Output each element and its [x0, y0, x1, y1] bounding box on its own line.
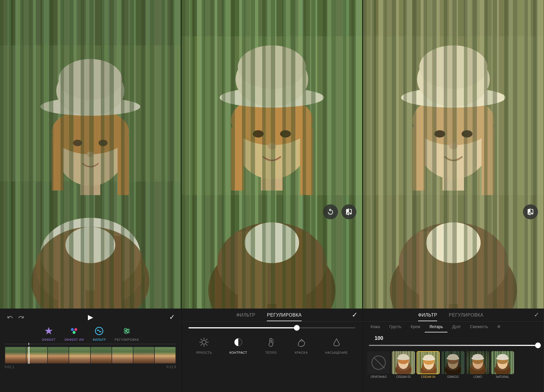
svg-rect-18 — [58, 236, 86, 309]
svg-rect-105 — [363, 0, 544, 309]
tool-effect[interactable]: ЭФФЕКТ — [42, 326, 56, 341]
svg-rect-0 — [0, 0, 181, 309]
confirm-button-1[interactable]: ✓ — [169, 313, 175, 321]
compare-button[interactable] — [341, 204, 356, 219]
svg-point-22 — [54, 104, 126, 186]
svg-point-73 — [253, 130, 264, 137]
undo-button[interactable] — [6, 313, 14, 321]
svg-rect-191 — [493, 351, 495, 374]
svg-point-72 — [238, 45, 306, 89]
svg-rect-96 — [426, 0, 432, 309]
filter-ginkgo[interactable]: GINKGO — [441, 351, 464, 378]
svg-rect-198 — [512, 351, 513, 374]
svg-point-61 — [217, 222, 326, 304]
color-label: КРАСКА — [295, 351, 308, 354]
svg-rect-1 — [0, 0, 8, 309]
tab-filter-3[interactable]: ФИЛЬТР — [418, 313, 437, 321]
adjust-contrast[interactable]: КОНТРАСТ — [229, 336, 247, 354]
filter-thumbnails: ОРИГИНАЛ — [363, 349, 544, 381]
svg-rect-92 — [374, 0, 379, 309]
lomo-label: LOMO — [473, 375, 482, 378]
svg-point-110 — [426, 222, 481, 263]
svg-point-16 — [40, 218, 140, 290]
category-freshness[interactable]: Свежесть — [465, 321, 493, 332]
tool-effect-ai[interactable]: ЭФФЕКТ ИИ — [64, 326, 84, 341]
svg-rect-2 — [11, 0, 16, 309]
category-amber[interactable]: Янтарь — [425, 321, 447, 332]
svg-rect-3 — [22, 0, 32, 309]
slider-thumb[interactable] — [294, 325, 300, 331]
timeline-times: 0:01.1 0:12.9 — [5, 364, 176, 370]
filter-cream04[interactable]: CREAM 04 — [417, 351, 440, 378]
tool-adjust[interactable]: РЕГУЛИРОВКА — [115, 326, 139, 341]
filter-slider-thumb[interactable] — [535, 342, 541, 348]
svg-point-15 — [31, 236, 150, 309]
compare-button-3[interactable] — [523, 204, 538, 219]
svg-rect-115 — [481, 127, 494, 195]
cream04-thumb-img — [417, 351, 440, 374]
svg-rect-21 — [80, 159, 100, 195]
category-cream[interactable]: Крем — [406, 321, 425, 332]
toolbar-1: ▶ ✓ — [0, 309, 181, 324]
adjust-warmth[interactable]: ТЕПЛО — [265, 336, 277, 354]
svg-point-107 — [399, 222, 508, 304]
timeline[interactable]: 0:01.1 0:12.9 — [0, 345, 181, 371]
no-filter-display — [367, 351, 390, 374]
svg-rect-103 — [531, 0, 536, 309]
filter-intensity-slider[interactable] — [369, 345, 538, 346]
adjust-slider[interactable] — [188, 327, 355, 328]
time-end: 0:12.9 — [167, 365, 176, 369]
tab-adjust-3[interactable]: РЕГУЛИРОВКА — [449, 313, 483, 321]
filter-lomo[interactable]: LOMO — [466, 351, 489, 378]
frame-6 — [112, 347, 133, 363]
category-skin[interactable]: Кожа — [366, 321, 385, 332]
svg-rect-55 — [304, 0, 310, 309]
confirm-button-3[interactable]: ✓ — [534, 311, 539, 319]
frame-8 — [155, 347, 175, 363]
adjust-brightness[interactable]: ЯРКОСТЬ — [196, 336, 212, 354]
filter-slider-area — [363, 344, 544, 349]
adjust-saturation[interactable]: НАСЫЩЕНИЕ — [325, 336, 348, 354]
svg-rect-111 — [443, 150, 464, 191]
svg-point-70 — [220, 87, 324, 107]
svg-rect-45 — [182, 0, 362, 309]
controls-panel-1: ▶ ✓ ЭФФЕКТ — [0, 309, 181, 392]
video-preview-2 — [182, 0, 362, 309]
svg-rect-13 — [168, 0, 173, 309]
svg-point-76 — [202, 340, 206, 344]
category-more[interactable]: Ф — [493, 321, 505, 332]
svg-point-28 — [58, 59, 122, 100]
filter-cream03[interactable]: CREAM 03 — [392, 351, 415, 378]
timeline-playhead[interactable] — [29, 347, 29, 364]
svg-point-113 — [413, 95, 494, 145]
svg-point-29 — [73, 140, 82, 146]
svg-rect-101 — [499, 0, 509, 309]
contrast-label: КОНТРАСТ — [229, 351, 247, 354]
timeline-frames — [5, 347, 175, 363]
timeline-bar[interactable] — [5, 347, 176, 364]
svg-rect-62 — [238, 231, 267, 309]
filter-original[interactable]: ОРИГИНАЛ — [367, 351, 390, 378]
svg-rect-57 — [335, 0, 343, 309]
svg-point-74 — [280, 130, 291, 137]
svg-point-120 — [462, 130, 473, 137]
svg-rect-50 — [231, 0, 239, 309]
category-duet[interactable]: Дуэт — [447, 321, 465, 332]
svg-rect-109 — [458, 231, 487, 309]
tab-filter-2[interactable]: ФИЛЬТР — [236, 313, 256, 321]
svg-rect-47 — [192, 0, 197, 309]
play-button[interactable]: ▶ — [88, 313, 93, 321]
svg-line-89 — [273, 342, 274, 343]
filter-natural[interactable]: NATURAL — [491, 351, 514, 378]
svg-rect-11 — [136, 0, 146, 309]
confirm-button-2[interactable]: ✓ — [352, 311, 358, 319]
redo-button[interactable] — [17, 313, 25, 321]
category-sadness[interactable]: Грусть — [385, 321, 406, 332]
reset-button[interactable] — [323, 204, 338, 219]
svg-point-23 — [52, 109, 129, 154]
svg-rect-104 — [363, 36, 544, 195]
tab-adjust-2[interactable]: РЕГУЛИРОВКА — [267, 313, 302, 321]
tool-filter[interactable]: ФИЛЬТР — [92, 326, 106, 341]
adjust-color[interactable]: КРАСКА — [295, 336, 308, 354]
no-filter-circle — [371, 355, 386, 370]
